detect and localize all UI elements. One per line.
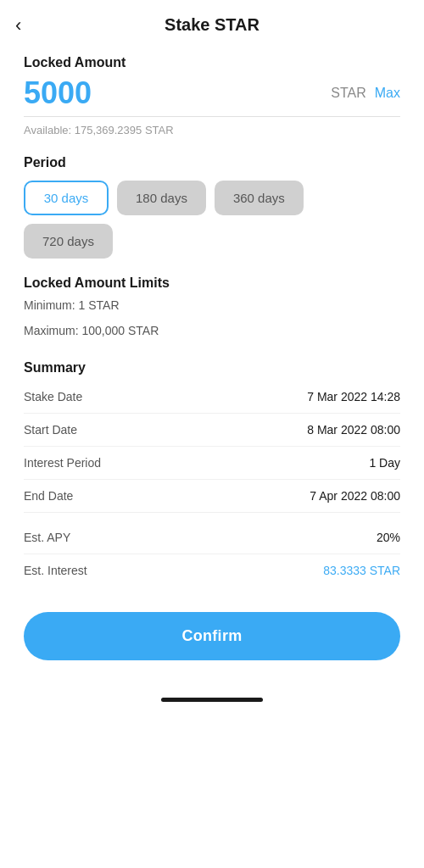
end-date-value: 7 Apr 2022 08:00	[310, 489, 400, 503]
period-label: Period	[24, 155, 400, 170]
apy-label: Est. APY	[24, 531, 70, 544]
home-indicator	[161, 698, 263, 702]
start-date-label: Start Date	[24, 423, 77, 437]
confirm-area: Confirm	[0, 612, 424, 686]
summary-apy: Est. APY 20%	[24, 521, 400, 554]
limits-maximum: Maximum: 100,000 STAR	[24, 321, 400, 342]
summary-spacer	[24, 513, 400, 521]
back-button[interactable]: ‹	[15, 14, 21, 36]
divider	[24, 116, 400, 117]
period-btn-180[interactable]: 180 days	[117, 181, 206, 215]
period-section: Period 30 days 180 days 360 days 720 day…	[24, 155, 400, 259]
header: ‹ Stake STAR	[0, 0, 424, 47]
summary-stake-date: Stake Date 7 Mar 2022 14:28	[24, 381, 400, 414]
apy-value: 20%	[377, 531, 400, 544]
confirm-button[interactable]: Confirm	[24, 612, 400, 660]
main-content: Locked Amount 5000 STAR Max Available: 1…	[0, 47, 424, 587]
page-title: Stake STAR	[165, 15, 259, 35]
end-date-label: End Date	[24, 489, 73, 503]
stake-date-value: 7 Mar 2022 14:28	[307, 390, 400, 403]
limits-label: Locked Amount Limits	[24, 275, 400, 291]
limits-minimum: Minimum: 1 STAR	[24, 296, 400, 316]
interest-period-value: 1 Day	[369, 456, 400, 470]
interest-label: Est. Interest	[24, 564, 87, 577]
stake-date-label: Stake Date	[24, 390, 82, 403]
period-btn-360[interactable]: 360 days	[215, 181, 304, 215]
summary-section: Summary Stake Date 7 Mar 2022 14:28 Star…	[24, 360, 400, 587]
bottom-bar	[0, 686, 424, 710]
period-btn-30[interactable]: 30 days	[24, 181, 109, 215]
amount-unit-row: STAR Max	[331, 86, 400, 101]
limits-section: Locked Amount Limits Minimum: 1 STAR Max…	[24, 275, 400, 342]
locked-amount-label: Locked Amount	[24, 55, 400, 70]
max-button[interactable]: Max	[375, 86, 400, 101]
period-buttons: 30 days 180 days 360 days 720 days	[24, 181, 400, 259]
interest-period-label: Interest Period	[24, 456, 101, 470]
summary-label: Summary	[24, 360, 400, 376]
amount-row: 5000 STAR Max	[24, 75, 400, 111]
period-btn-720[interactable]: 720 days	[24, 224, 113, 259]
summary-interest-period: Interest Period 1 Day	[24, 447, 400, 480]
amount-unit: STAR	[331, 86, 365, 101]
summary-start-date: Start Date 8 Mar 2022 08:00	[24, 414, 400, 447]
summary-interest: Est. Interest 83.3333 STAR	[24, 554, 400, 587]
available-text: Available: 175,369.2395 STAR	[24, 124, 400, 136]
summary-end-date: End Date 7 Apr 2022 08:00	[24, 480, 400, 513]
start-date-value: 8 Mar 2022 08:00	[307, 423, 400, 437]
amount-value: 5000	[24, 75, 92, 111]
interest-value: 83.3333 STAR	[323, 564, 400, 577]
